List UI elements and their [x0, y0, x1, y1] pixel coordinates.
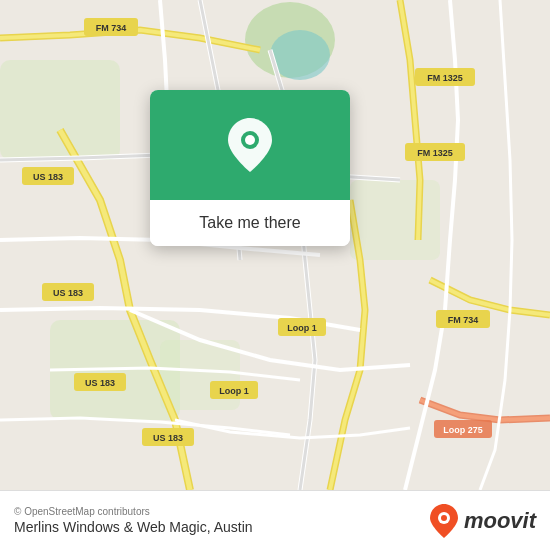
svg-text:Loop 1: Loop 1 — [287, 323, 317, 333]
moovit-pin-icon — [430, 504, 458, 538]
footer: © OpenStreetMap contributors Merlins Win… — [0, 490, 550, 550]
svg-rect-3 — [0, 60, 120, 160]
svg-text:FM 734: FM 734 — [448, 315, 479, 325]
svg-rect-6 — [160, 340, 240, 410]
svg-text:Loop 275: Loop 275 — [443, 425, 483, 435]
location-pin-icon — [228, 118, 272, 172]
moovit-logo: moovit — [430, 504, 536, 538]
map-container: FM 734 FM 1325 FM 1325 US 183 US 183 US … — [0, 0, 550, 490]
copyright-text: © OpenStreetMap contributors — [14, 506, 253, 517]
svg-text:US 183: US 183 — [153, 433, 183, 443]
popup-header — [150, 90, 350, 200]
popup-card: Take me there — [150, 90, 350, 246]
svg-text:FM 1325: FM 1325 — [417, 148, 453, 158]
svg-text:FM 734: FM 734 — [96, 23, 127, 33]
svg-point-34 — [441, 515, 447, 521]
take-me-there-button[interactable]: Take me there — [150, 200, 350, 246]
svg-rect-4 — [350, 180, 440, 260]
footer-info: © OpenStreetMap contributors Merlins Win… — [14, 506, 253, 535]
moovit-brand-text: moovit — [464, 508, 536, 534]
location-title: Merlins Windows & Web Magic, Austin — [14, 519, 253, 535]
svg-text:Loop 1: Loop 1 — [219, 386, 249, 396]
svg-text:FM 1325: FM 1325 — [427, 73, 463, 83]
svg-text:US 183: US 183 — [53, 288, 83, 298]
svg-text:US 183: US 183 — [33, 172, 63, 182]
svg-text:US 183: US 183 — [85, 378, 115, 388]
svg-point-32 — [245, 135, 255, 145]
